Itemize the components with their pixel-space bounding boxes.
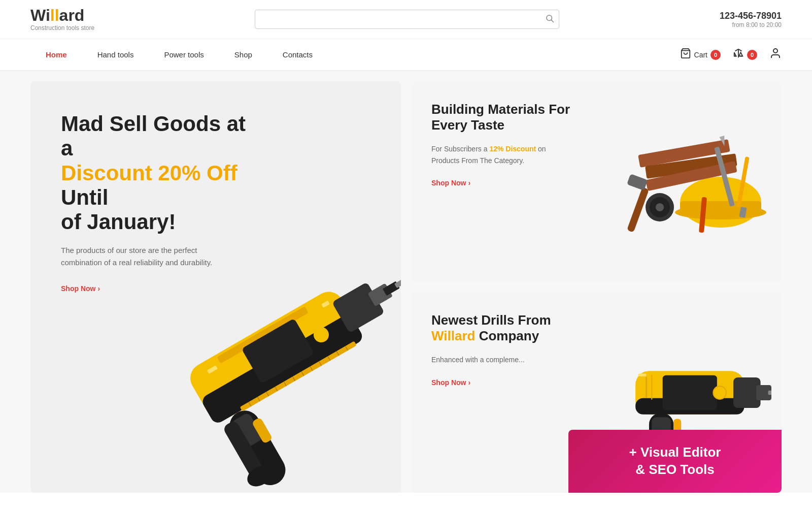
hero-banner: Mad Sell Goods at a Discount 20% Off Unt… [30, 81, 401, 493]
logo[interactable]: Willard Construction tools store [30, 7, 94, 31]
nav-right: Cart 0 0 [680, 47, 782, 62]
svg-rect-56 [768, 390, 771, 395]
nav-item-contacts[interactable]: Contacts [267, 39, 328, 70]
hero-right-panels: Building Materials For Every Taste For S… [411, 81, 782, 493]
nav-item-home[interactable]: Home [30, 39, 82, 70]
promo-card-1-desc: For Subscribers a 12% Discount on Produc… [431, 143, 573, 166]
svg-rect-45 [627, 187, 649, 232]
search-input[interactable] [255, 10, 559, 29]
cart-label: Cart [694, 51, 707, 59]
drill-svg [157, 239, 401, 493]
promo-card-drills: Newest Drills From Willard Company Enhan… [411, 292, 782, 493]
promo-card-2-title: Newest Drills From Willard Company [431, 312, 573, 344]
user-icon [769, 47, 782, 62]
svg-point-6 [773, 49, 777, 53]
header-contact: 123-456-78901 from 8:00 to 20:00 [720, 11, 782, 28]
cart-badge: 0 [710, 50, 721, 60]
promo-card-1-shop-now[interactable]: Shop Now › [431, 179, 470, 187]
promo-card-building-materials: Building Materials For Every Taste For S… [411, 81, 782, 282]
logo-subtitle: Construction tools store [30, 24, 94, 31]
nav-item-power-tools[interactable]: Power tools [149, 39, 219, 70]
promo-card-2-shop-now[interactable]: Shop Now › [431, 378, 470, 387]
scale-icon [733, 48, 744, 61]
nav-item-hand-tools[interactable]: Hand tools [82, 39, 149, 70]
search-button[interactable] [545, 14, 554, 25]
site-header: Willard Construction tools store 123-456… [0, 0, 812, 39]
nav-links: Home Hand tools Power tools Shop Contact… [30, 39, 328, 70]
phone-number: 123-456-78901 [720, 11, 782, 21]
nav-bar: Home Hand tools Power tools Shop Contact… [0, 39, 812, 71]
svg-point-44 [656, 203, 664, 211]
cart-icon [680, 48, 691, 61]
nav-item-shop[interactable]: Shop [219, 39, 267, 70]
promo-card-2-desc: Enhanced with a compleme... [431, 354, 573, 365]
svg-rect-12 [394, 269, 401, 289]
search-icon [545, 14, 554, 23]
svg-line-1 [551, 20, 553, 22]
search-bar [255, 10, 559, 29]
logo-text: Willard [30, 7, 94, 23]
visual-editor-badge: + Visual Editor & SEO Tools [568, 430, 782, 493]
phone-hours: from 8:00 to 20:00 [732, 21, 782, 28]
compare-badge: 0 [747, 50, 757, 60]
hero-drill-image [157, 239, 401, 493]
compare-group[interactable]: 0 [733, 48, 757, 61]
svg-point-38 [675, 205, 766, 219]
promo-card-1-title: Building Materials For Every Taste [431, 102, 573, 133]
user-account[interactable] [769, 47, 782, 62]
main-content: Mad Sell Goods at a Discount 20% Off Unt… [0, 71, 812, 493]
svg-point-58 [713, 386, 726, 399]
hero-shop-now-link[interactable]: Shop Now › [61, 284, 100, 293]
hero-headline: Mad Sell Goods at a Discount 20% Off Unt… [61, 112, 254, 234]
cart-group[interactable]: Cart 0 [680, 48, 721, 61]
